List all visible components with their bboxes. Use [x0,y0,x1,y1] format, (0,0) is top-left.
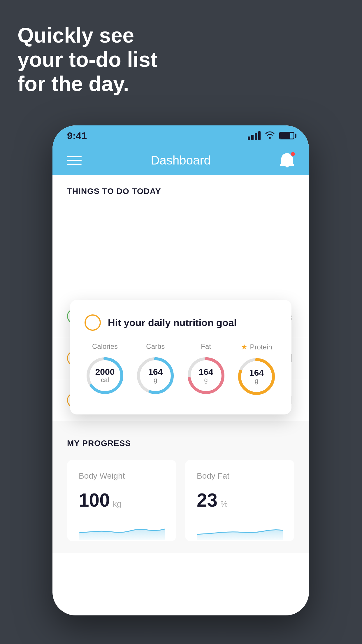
status-icons [248,131,294,141]
phone-mockup: 9:41 Dashboard [52,125,309,615]
nutrition-carbs: Carbs 164 g [135,342,176,397]
nutrition-circles-row: Calories 2000 cal Carbs [85,342,277,397]
body-fat-label: Body Fat [197,471,283,481]
progress-section: MY PROGRESS Body Weight 100 kg [52,421,309,553]
battery-icon [279,132,294,139]
status-bar: 9:41 [52,125,309,146]
hero-text: Quickly see your to-do list for the day. [17,23,157,96]
nutrition-checkbox[interactable] [85,314,101,331]
body-fat-card: Body Fat 23 % [185,460,294,541]
body-fat-value-row: 23 % [197,489,283,511]
carbs-ring: 164 g [135,355,176,396]
nutrition-task-row: Hit your daily nutrition goal [85,314,277,331]
body-weight-unit: kg [113,499,122,509]
wifi-icon [265,131,275,141]
hero-line3: for the day. [17,72,157,96]
body-weight-chart [79,520,165,540]
body-fat-chart [197,520,283,540]
menu-icon[interactable] [67,156,82,165]
nutrition-card: Hit your daily nutrition goal Calories 2… [70,300,291,414]
body-fat-unit: % [220,499,228,509]
star-icon: ★ [241,342,247,351]
hero-line1: Quickly see [17,23,157,48]
body-weight-card: Body Weight 100 kg [67,460,176,541]
progress-section-title: MY PROGRESS [67,439,294,448]
header-title: Dashboard [151,153,210,167]
fat-ring: 164 g [186,355,226,396]
signal-icon [248,131,261,140]
nutrition-task-label: Hit your daily nutrition goal [108,317,237,328]
body-weight-value-row: 100 kg [79,489,165,511]
fat-label: Fat [201,342,211,351]
protein-ring: 164 g [236,356,277,397]
nutrition-protein: ★ Protein 164 g [236,342,277,397]
nutrition-fat: Fat 164 g [186,342,226,397]
progress-cards: Body Weight 100 kg [67,460,294,541]
notification-dot [290,151,296,157]
section-title: THINGS TO DO TODAY [67,187,294,196]
body-weight-value: 100 [79,489,110,511]
calories-label: Calories [92,342,118,351]
bell-icon[interactable] [280,153,294,168]
protein-label: ★ Protein [241,342,272,351]
body-fat-value: 23 [197,489,217,511]
things-today-header: THINGS TO DO TODAY [52,175,309,202]
body-weight-label: Body Weight [79,471,165,481]
status-time: 9:41 [67,130,87,141]
nutrition-calories: Calories 2000 cal [85,342,125,397]
calories-ring: 2000 cal [85,355,125,396]
hero-line2: your to-do list [17,48,157,72]
carbs-label: Carbs [146,342,165,351]
app-header: Dashboard [52,146,309,175]
